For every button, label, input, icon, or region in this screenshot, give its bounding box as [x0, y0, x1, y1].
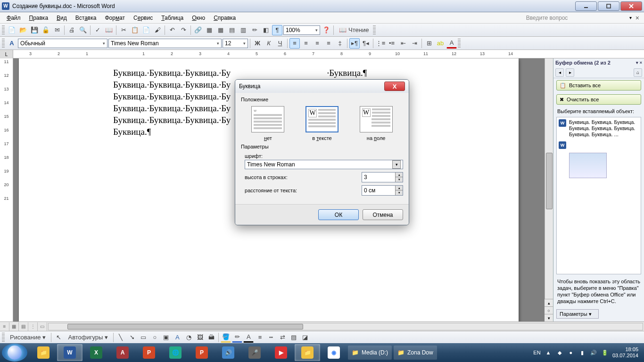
zoom-combo[interactable]: 100%▾ — [283, 25, 320, 35]
align-justify-icon[interactable]: ≡ — [323, 38, 334, 49]
taskbar-mic-icon[interactable]: 🎤 — [242, 344, 267, 361]
paste-icon[interactable]: 📄 — [141, 25, 151, 35]
taskbar-word-icon[interactable]: W — [57, 344, 83, 361]
taskbar-excel-icon[interactable]: X — [83, 344, 109, 361]
align-left-icon[interactable]: ≡ — [289, 38, 300, 49]
scrollbar-thumb[interactable] — [546, 153, 553, 209]
paste-all-button[interactable]: 📋 Вставить все — [556, 80, 641, 90]
taskbar-ppt2-icon[interactable]: P — [189, 344, 215, 361]
horizontal-scrollbar[interactable] — [48, 323, 643, 330]
toolbar-handle[interactable] — [2, 25, 5, 35]
highlight-icon[interactable]: ab — [435, 38, 446, 49]
toolbar-handle-3[interactable] — [2, 39, 5, 48]
dash-style-icon[interactable]: ┅ — [266, 332, 276, 343]
permissions-icon[interactable]: 🔓 — [41, 25, 51, 35]
next-page-icon[interactable]: ▾ — [545, 314, 553, 321]
clear-all-button[interactable]: ✖ Очистить все — [556, 94, 641, 105]
undo-icon[interactable]: ↶ — [167, 25, 177, 35]
research-icon[interactable]: 📖 — [104, 25, 114, 35]
borders-icon[interactable]: ⊞ — [424, 38, 434, 49]
ok-button[interactable]: ОК — [318, 209, 359, 220]
tray-battery-icon[interactable]: 🔋 — [601, 349, 609, 356]
tray-clock[interactable]: 18:05 03.07.2014 — [612, 346, 638, 359]
diagram-icon[interactable]: ◔ — [183, 332, 194, 343]
toolbar-handle-2[interactable] — [373, 25, 376, 35]
taskbar-zona-folder[interactable]: 📁 Zona Dow — [394, 346, 437, 360]
taskbar-media-folder[interactable]: 📁 Media (D:) — [348, 346, 392, 360]
arrow-icon[interactable]: ➘ — [127, 332, 137, 343]
spelling-icon[interactable]: ✓ — [92, 25, 103, 35]
redo-icon[interactable]: ↷ — [178, 25, 189, 35]
ruler-corner[interactable]: L — [0, 50, 13, 58]
clipart-icon[interactable]: 🖼 — [195, 332, 205, 343]
arrow-style-icon[interactable]: ⇄ — [277, 332, 288, 343]
print-view-icon[interactable]: ▤ — [19, 322, 28, 331]
browse-object-icon[interactable]: ○ — [545, 306, 553, 314]
tray-flag-icon[interactable]: ▲ — [545, 349, 552, 356]
new-doc-icon[interactable]: 📄 — [7, 25, 17, 35]
drawbar-handle[interactable] — [2, 333, 5, 342]
taskbar-folder-icon[interactable]: 📁 — [295, 344, 320, 361]
excel-icon[interactable]: ▤ — [227, 25, 237, 35]
line-icon[interactable]: ╲ — [116, 332, 126, 343]
doc-map-icon[interactable]: ◧ — [261, 25, 271, 35]
menu-tools[interactable]: Сервис — [130, 13, 157, 23]
align-right-icon[interactable]: ≡ — [312, 38, 322, 49]
prev-page-icon[interactable]: ▴ — [545, 299, 553, 306]
email-icon[interactable]: ✉ — [52, 25, 62, 35]
decrease-indent-icon[interactable]: ⇤ — [398, 38, 408, 49]
taskbar-access-icon[interactable]: A — [110, 344, 135, 361]
increase-indent-icon[interactable]: ⇥ — [409, 38, 420, 49]
styles-icon[interactable]: A — [7, 38, 17, 49]
toolbar-handle-4[interactable] — [458, 39, 461, 48]
font-color-draw-icon[interactable]: A — [243, 332, 254, 343]
cancel-button[interactable]: Отмена — [363, 209, 403, 220]
ask-question-box[interactable]: Введите вопрос — [524, 13, 627, 23]
menu-help[interactable]: Справка — [210, 13, 239, 23]
taskbar-explorer-icon[interactable]: 📁 — [31, 344, 56, 361]
distance-spinner[interactable]: 0 см▴▾ — [362, 185, 403, 196]
copy-icon[interactable]: 📋 — [130, 25, 140, 35]
oval-icon[interactable]: ○ — [149, 332, 160, 343]
print-icon[interactable]: 🖨 — [66, 25, 77, 35]
maximize-button[interactable] — [598, 1, 619, 11]
menu-format[interactable]: Формат — [101, 13, 129, 23]
bullets-icon[interactable]: •≡ — [387, 38, 397, 49]
tray-volume-icon[interactable]: 🔊 — [590, 349, 597, 356]
line-color-icon[interactable]: ✏ — [232, 332, 242, 343]
textbox-icon[interactable]: ▣ — [161, 332, 171, 343]
option-none[interactable]: w нет — [251, 106, 284, 141]
3d-icon[interactable]: ◪ — [300, 332, 310, 343]
tray-network-icon[interactable]: ▮ — [578, 349, 586, 356]
vertical-scrollbar[interactable]: ▴ ○ ▾ — [545, 58, 553, 321]
option-in-text[interactable]: W в тексте — [305, 106, 339, 141]
vertical-ruler[interactable]: 1112131415161718192021 — [0, 58, 13, 321]
start-button[interactable] — [2, 344, 27, 362]
format-painter-icon[interactable]: 🖌 — [152, 25, 163, 35]
taskpane-header[interactable]: Буфер обмена (2 из 2▾ × — [553, 58, 644, 67]
menu-edit[interactable]: Правка — [25, 13, 52, 23]
taskpane-forward-icon[interactable]: ▸ — [566, 68, 574, 77]
numbering-icon[interactable]: ⋮≡ — [375, 38, 386, 49]
outline-view-icon[interactable]: ⋮ — [28, 322, 38, 331]
line-style-icon[interactable]: ≡ — [255, 332, 265, 343]
italic-icon[interactable]: К — [264, 38, 274, 49]
doc-close-button[interactable]: × — [634, 14, 641, 22]
shadow-icon[interactable]: ▨ — [289, 332, 299, 343]
show-formatting-icon[interactable]: ¶ — [272, 25, 282, 35]
clipboard-list[interactable]: W Буквица. Буквица. Буквица. Буквица. Бу… — [556, 117, 641, 274]
autoshapes-menu[interactable]: Автофигуры ▾ — [65, 332, 111, 343]
taskpane-options-button[interactable]: Параметры ▾ — [556, 309, 599, 319]
taskbar-globe-icon[interactable]: 🌐 — [163, 344, 188, 361]
rtl-icon[interactable]: ¶◂ — [361, 38, 371, 49]
tray-app1-icon[interactable]: ◆ — [556, 349, 563, 356]
menu-table[interactable]: Таблица — [157, 13, 187, 23]
minimize-button[interactable] — [575, 1, 597, 11]
fontsize-combo[interactable]: 12▾ — [223, 39, 248, 48]
dialog-titlebar[interactable]: Буквица X — [235, 80, 409, 93]
clipboard-item-1[interactable]: W Буквица. Буквица. Буквица. Буквица. Бу… — [559, 119, 639, 138]
menu-insert[interactable]: Вставка — [72, 13, 100, 23]
reading-view-icon[interactable]: ▭ — [38, 322, 47, 331]
font-color-icon[interactable]: A — [446, 38, 457, 49]
close-button[interactable] — [620, 1, 642, 11]
